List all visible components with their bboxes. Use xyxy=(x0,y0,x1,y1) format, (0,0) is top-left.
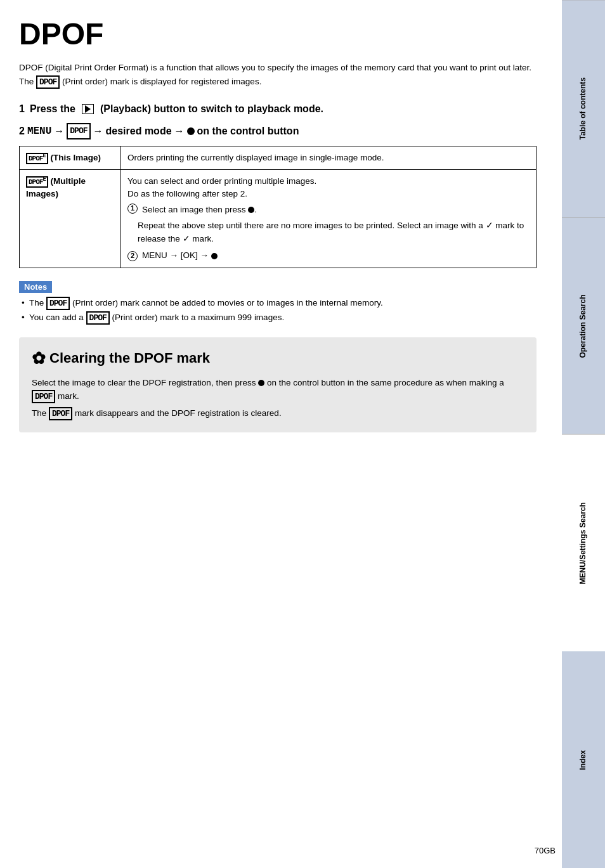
notes-list: The DPOF (Print order) mark cannot be ad… xyxy=(19,297,537,325)
notes-badge: Notes xyxy=(19,281,52,293)
clearing-paragraph-1: Select the image to clear the DPOF regis… xyxy=(32,376,524,404)
step-2-desired: desired mode xyxy=(106,124,172,139)
this-image-desc-text: Orders printing the currently displayed … xyxy=(127,153,384,162)
step-2-arrow2: → xyxy=(93,124,103,139)
step-1-number: 1 xyxy=(19,101,25,117)
dpof-notes-1: DPOF xyxy=(46,297,70,310)
page-title: DPOF xyxy=(19,19,537,49)
sidebar-tab-menu-settings[interactable]: MENU/Settings Search xyxy=(562,434,605,652)
notes-item-2: You can add a DPOF (Print order) mark to… xyxy=(19,311,537,325)
multiple-images-dpof-icon: DPOFE xyxy=(26,176,48,188)
clearing-box: ✿ Clearing the DPOF mark Select the imag… xyxy=(19,337,537,432)
sidebar-tab-operation-search[interactable]: Operation Search xyxy=(562,217,605,435)
page-number: 70GB xyxy=(535,846,556,855)
step-1-text-after: (Playback) button to switch to playback … xyxy=(100,101,323,117)
intro-paragraph: DPOF (Digital Print Order Format) is a f… xyxy=(19,61,537,89)
table-row-this-image: DPOFE (This Image) Orders printing the c… xyxy=(20,146,537,169)
sidebar-tab-menu-label: MENU/Settings Search xyxy=(578,502,589,584)
multiple-desc-line2: Do as the following after step 2. xyxy=(127,188,530,200)
step-1-text-before: Press the xyxy=(30,101,75,117)
playback-button-icon xyxy=(82,104,94,114)
bullet-2 xyxy=(211,253,218,259)
multiple-desc-step1: 1 Select an image then press . xyxy=(127,204,530,216)
step-2-arrow1: → xyxy=(54,124,64,139)
step-2-dpof: DPOF xyxy=(67,123,90,139)
table-row-multiple-images: DPOFE (Multiple Images) You can select a… xyxy=(20,170,537,268)
dpof-notes-2: DPOF xyxy=(86,311,110,325)
sidebar-tab-table-of-contents[interactable]: Table of contents xyxy=(562,0,605,217)
sidebar-tab-index-label: Index xyxy=(578,750,589,770)
multiple-desc-step2: 2 MENU → [OK] → xyxy=(127,249,530,262)
step-2-on-control: on the control button xyxy=(197,124,299,139)
mode-table: DPOFE (This Image) Orders printing the c… xyxy=(19,146,537,268)
multiple-desc-line1: You can select and order printing multip… xyxy=(127,175,530,188)
check-mark-1: ✓ xyxy=(486,219,493,232)
intro-line2-end: (Print order) mark is displayed for regi… xyxy=(62,77,261,86)
dpof-clearing-2: DPOF xyxy=(49,407,72,420)
circle-num-1: 1 xyxy=(127,204,138,214)
step-2-menu: MENU xyxy=(27,124,51,139)
check-mark-2: ✓ xyxy=(183,232,190,245)
this-image-description: Orders printing the currently displayed … xyxy=(121,146,537,169)
dpof-clearing-1: DPOF xyxy=(32,390,55,403)
multiple-images-label-cell: DPOFE (Multiple Images) xyxy=(20,170,121,268)
intro-line1: DPOF (Digital Print Order Format) is a f… xyxy=(19,63,531,72)
main-content: DPOF DPOF (Digital Print Order Format) i… xyxy=(0,0,562,868)
sidebar: Table of contents Operation Search MENU/… xyxy=(562,0,605,868)
hint-icon: ✿ xyxy=(32,349,46,368)
multiple-images-description: You can select and order printing multip… xyxy=(121,170,537,268)
circle-num-2: 2 xyxy=(127,251,138,261)
clearing-paragraph-2: The DPOF mark disappears and the DPOF re… xyxy=(32,406,524,421)
this-image-label-cell: DPOFE (This Image) xyxy=(20,146,121,169)
intro-line2-start: The xyxy=(19,77,34,86)
menu-ok-text: MENU → [OK] → xyxy=(142,249,218,262)
clearing-title: ✿ Clearing the DPOF mark xyxy=(32,349,524,368)
notes-section: Notes The DPOF (Print order) mark cannot… xyxy=(19,281,537,325)
step-2: 2 MENU → DPOF → desired mode → on the co… xyxy=(19,123,537,139)
step-1: 1 Press the (Playback) button to switch … xyxy=(19,101,537,117)
bullet-1 xyxy=(248,207,254,213)
this-image-dpof-icon: DPOFE xyxy=(26,153,48,164)
triangle-right-icon xyxy=(85,105,91,113)
step-2-arrow3: → xyxy=(174,124,185,139)
dpof-mark-intro: DPOF xyxy=(36,75,60,89)
clearing-title-text: Clearing the DPOF mark xyxy=(49,350,210,366)
step-2-number: 2 xyxy=(19,124,25,139)
clearing-circle xyxy=(258,380,264,386)
sidebar-tab-toc-label: Table of contents xyxy=(578,78,589,140)
step-2-circle-bullet xyxy=(187,127,195,135)
clearing-text: Select the image to clear the DPOF regis… xyxy=(32,376,524,421)
notes-item-1: The DPOF (Print order) mark cannot be ad… xyxy=(19,297,537,310)
select-press-text: Select an image then press . xyxy=(142,204,257,216)
repeat-text: Repeat the above step until there are no… xyxy=(138,219,530,246)
sidebar-tab-op-label: Operation Search xyxy=(578,294,589,358)
sidebar-tab-index[interactable]: Index xyxy=(562,652,605,869)
this-image-label: (This Image) xyxy=(51,153,101,162)
